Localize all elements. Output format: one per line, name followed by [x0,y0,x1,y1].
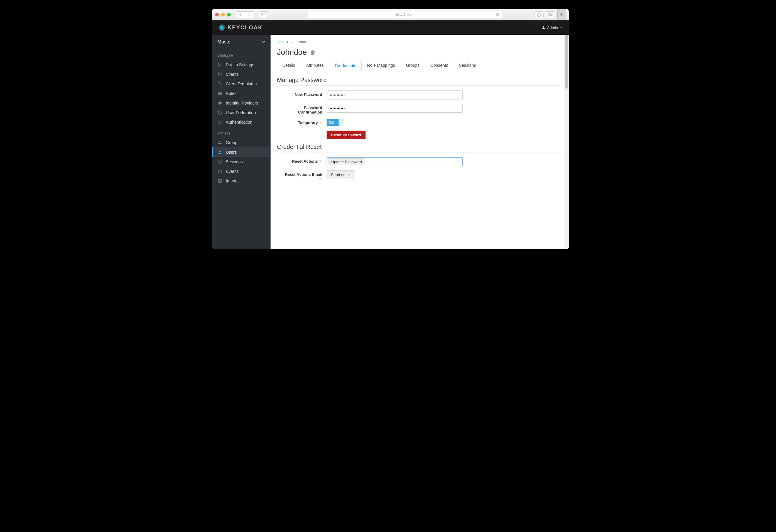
svg-rect-4 [550,13,552,16]
sidebar-item-realm-settings[interactable]: Realm Settings [212,60,270,69]
tab-role-mappings[interactable]: Role Mappings [362,60,400,71]
user-menu[interactable]: Admin [536,20,563,35]
tab-consents[interactable]: Consents [425,60,454,71]
sidebar-section-manage: Manage [212,127,270,138]
svg-point-13 [219,65,220,66]
close-window-button[interactable] [215,13,219,16]
password-confirmation-input[interactable] [327,104,462,112]
back-button[interactable] [236,11,245,18]
reset-actions-email-label: Reset Actions Email ?⃝ [277,171,327,181]
toggle-label: ON [327,121,334,124]
sidebar-item-label: User Federation [226,110,256,115]
reload-icon[interactable] [496,13,500,16]
tab-sessions[interactable]: Sessions [454,60,481,71]
toggle-knob [339,118,344,126]
reset-actions-select[interactable]: Update Password [327,157,462,166]
sidebar-item-label: Client Templates [226,81,257,86]
main-content: Users » johndoe Johndoe Details Attribut… [270,35,569,249]
address-bar[interactable]: localhost [306,11,502,18]
sidebar-item-events[interactable]: Events [212,167,270,176]
sidebar-item-label: Groups [226,140,240,145]
svg-point-22 [219,151,220,152]
svg-rect-0 [261,13,265,16]
reset-email-label-text: Reset Actions Email [285,172,322,177]
cube-icon [217,72,222,76]
user-icon [217,150,222,154]
exchange-icon [217,101,222,105]
svg-rect-19 [219,122,221,124]
reset-actions-label-text: Reset Actions [292,159,318,164]
sidebar-item-import[interactable]: Import [212,176,270,186]
realm-name: Master [217,39,232,45]
temporary-label-text: Temporary [298,120,318,125]
user-name: Admin [547,25,558,30]
url-text: localhost [396,12,412,17]
help-icon[interactable]: ?⃝ [319,121,322,124]
sidebar-item-label: Clients [226,72,239,77]
svg-point-14 [220,64,221,65]
breadcrumb: Users » johndoe [278,39,562,44]
users-icon [217,141,222,145]
breadcrumb-users-link[interactable]: Users [278,39,288,44]
send-email-button[interactable]: Send email [327,171,355,179]
section-credential-reset: Credential Reset [277,144,562,153]
tab-details[interactable]: Details [277,60,301,71]
confirm-label-line1: Password [304,105,322,110]
trash-icon[interactable] [311,50,315,55]
app-header: KEYCLOAK Admin [212,20,569,35]
sidebar-section-configure: Configure [212,49,270,60]
sidebar-item-clients[interactable]: Clients [212,69,270,79]
sidebar-item-sessions[interactable]: Sessions [212,157,270,167]
page-title-text: Johndoe [277,48,307,57]
sidebar-item-label: Identity Providers [226,101,258,105]
minimize-window-button[interactable] [221,13,225,16]
import-icon [217,179,222,183]
help-icon[interactable]: ?⃝ [319,160,322,163]
svg-point-20 [219,141,220,142]
confirm-label-line2: Confirmation [298,110,322,114]
lock-icon [217,120,222,124]
chevron-down-icon [262,41,265,43]
password-confirmation-label: Password Confirmation [277,104,327,114]
help-icon[interactable]: ?⃝ [319,177,322,181]
sidebar-item-label: Users [226,150,237,155]
sidebar-toggle-button[interactable] [259,11,268,18]
scrollbar[interactable] [565,35,569,249]
sidebar-item-users[interactable]: Users [212,148,270,157]
tabs: Details Attributes Credentials Role Mapp… [277,60,562,71]
share-button[interactable] [535,11,544,18]
reset-password-button[interactable]: Reset Password [327,130,366,139]
temporary-toggle[interactable]: ON [327,118,344,126]
sidebar-item-roles[interactable]: Roles [212,89,270,98]
breadcrumb-separator: » [290,39,293,44]
sidebar-item-groups[interactable]: Groups [212,138,270,148]
forward-button[interactable] [245,11,254,18]
sidebar-item-client-templates[interactable]: Client Templates [212,79,270,89]
maximize-window-button[interactable] [227,13,231,16]
sidebar-item-identity-providers[interactable]: Identity Providers [212,98,270,108]
database-icon [217,110,222,115]
sidebar-item-label: Roles [226,91,237,96]
chevron-down-icon [560,27,563,28]
tabs-button[interactable] [546,11,555,18]
scrollbar-thumb[interactable] [565,35,568,89]
sidebar-item-authentication[interactable]: Authentication [212,117,270,127]
section-manage-password: Manage Password [277,77,562,86]
svg-point-8 [543,26,544,28]
svg-point-12 [218,63,219,64]
logo[interactable]: KEYCLOAK [218,24,263,31]
tab-credentials[interactable]: Credentials [329,60,362,71]
logo-text: KEYCLOAK [228,25,263,31]
browser-chrome: localhost + [212,9,569,20]
sidebar-item-user-federation[interactable]: User Federation [212,108,270,117]
svg-rect-3 [549,14,551,16]
breadcrumb-current: johndoe [296,39,310,44]
temporary-label: Temporary ?⃝ [277,118,327,125]
realm-selector[interactable]: Master [212,35,270,49]
tab-attributes[interactable]: Attributes [301,60,329,71]
browser-window: localhost + KEYCLOAK Admin [212,9,569,249]
new-password-input[interactable] [327,90,462,99]
tab-groups[interactable]: Groups [401,60,425,71]
reset-action-chip[interactable]: Update Password [328,159,366,165]
new-tab-button[interactable]: + [557,9,566,20]
